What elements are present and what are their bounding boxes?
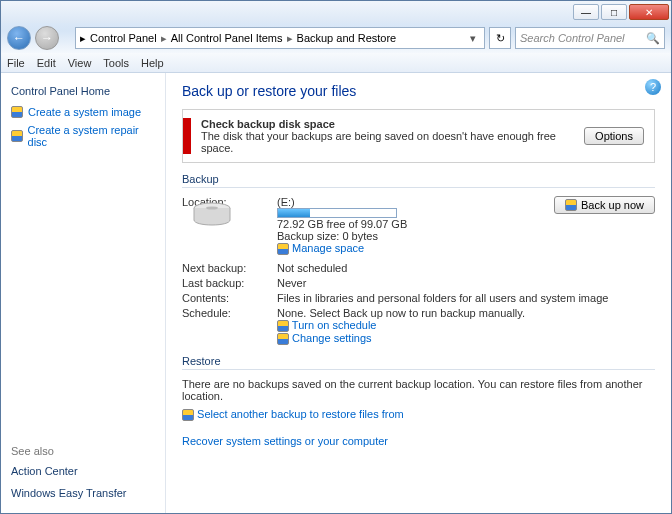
see-also-action-center[interactable]: Action Center — [11, 465, 155, 477]
change-settings-link[interactable]: Change settings — [277, 332, 655, 345]
warning-bar — [183, 118, 191, 154]
maximize-button[interactable]: □ — [601, 4, 627, 20]
crumb-2[interactable]: Backup and Restore — [293, 32, 401, 44]
titlebar: — □ ✕ — [1, 1, 671, 23]
restore-section: Restore — [182, 355, 655, 370]
next-backup-label: Next backup: — [182, 262, 277, 274]
window: — □ ✕ ← → ▸ Control Panel ▸ All Control … — [0, 0, 672, 514]
last-backup-value: Never — [277, 277, 655, 289]
menu-file[interactable]: File — [7, 57, 25, 69]
shield-icon — [11, 130, 23, 142]
svg-point-1 — [206, 206, 218, 209]
back-button[interactable]: ← — [7, 26, 31, 50]
close-button[interactable]: ✕ — [629, 4, 669, 20]
see-also-easy-transfer[interactable]: Windows Easy Transfer — [11, 487, 155, 499]
addr-dropdown-icon[interactable]: ▾ — [466, 32, 480, 45]
schedule-value: None. Select Back up now to run backup m… — [277, 307, 655, 319]
contents-value: Files in libraries and personal folders … — [277, 292, 655, 304]
menu-tools[interactable]: Tools — [103, 57, 129, 69]
warning-title: Check backup disk space — [201, 118, 574, 130]
nav-row: ← → ▸ Control Panel ▸ All Control Panel … — [1, 23, 671, 53]
disk-icon — [192, 202, 232, 226]
crumb-1[interactable]: All Control Panel Items — [167, 32, 287, 44]
restore-text: There are no backups saved on the curren… — [182, 378, 655, 402]
shield-icon — [182, 409, 194, 421]
warning-panel: Check backup disk space The disk that yo… — [182, 109, 655, 163]
sidebar-home[interactable]: Control Panel Home — [11, 85, 155, 97]
next-backup-value: Not scheduled — [277, 262, 655, 274]
sidebar-create-repair[interactable]: Create a system repair disc — [11, 124, 155, 148]
warning-text: The disk that your backups are being sav… — [201, 130, 574, 154]
shield-icon — [277, 333, 289, 345]
backup-size-text: Backup size: 0 bytes — [277, 230, 544, 242]
shield-icon — [11, 106, 23, 118]
schedule-label: Schedule: — [182, 307, 277, 345]
menubar: File Edit View Tools Help — [1, 53, 671, 73]
address-bar[interactable]: ▸ Control Panel ▸ All Control Panel Item… — [75, 27, 485, 49]
recover-system-link[interactable]: Recover system settings or your computer — [182, 435, 655, 447]
refresh-button[interactable]: ↻ — [489, 27, 511, 49]
select-another-backup-link[interactable]: Select another backup to restore files f… — [182, 408, 655, 421]
search-placeholder: Search Control Panel — [520, 32, 625, 44]
search-input[interactable]: Search Control Panel 🔍 — [515, 27, 665, 49]
main: ? Back up or restore your files Check ba… — [166, 73, 671, 513]
turn-on-schedule-link[interactable]: Turn on schedule — [277, 319, 655, 332]
minimize-button[interactable]: — — [573, 4, 599, 20]
shield-icon — [277, 320, 289, 332]
last-backup-label: Last backup: — [182, 277, 277, 289]
contents-label: Contents: — [182, 292, 277, 304]
see-also-label: See also — [11, 445, 155, 457]
manage-space-link[interactable]: Manage space — [277, 242, 544, 255]
menu-edit[interactable]: Edit — [37, 57, 56, 69]
sidebar: Control Panel Home Create a system image… — [1, 73, 166, 513]
help-icon[interactable]: ? — [645, 79, 661, 95]
options-button[interactable]: Options — [584, 127, 644, 145]
menu-view[interactable]: View — [68, 57, 92, 69]
sidebar-create-image[interactable]: Create a system image — [11, 106, 155, 118]
crumb-0[interactable]: Control Panel — [86, 32, 161, 44]
forward-button[interactable]: → — [35, 26, 59, 50]
backup-section: Backup — [182, 173, 655, 188]
body: Control Panel Home Create a system image… — [1, 73, 671, 513]
search-icon: 🔍 — [646, 32, 660, 45]
menu-help[interactable]: Help — [141, 57, 164, 69]
shield-icon — [277, 243, 289, 255]
page-title: Back up or restore your files — [182, 83, 655, 99]
